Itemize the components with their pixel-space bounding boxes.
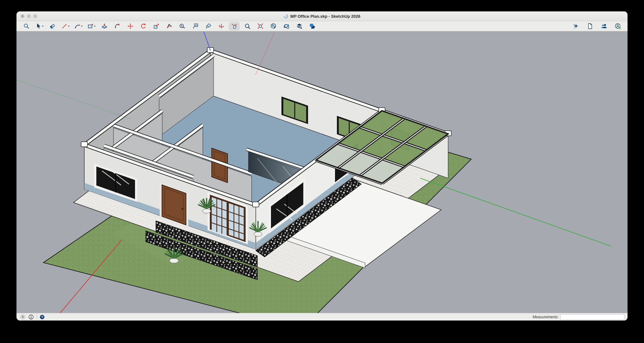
tool-paint-bucket[interactable]: ▾ <box>203 22 214 30</box>
measurements-input[interactable] <box>560 314 624 320</box>
tool-offset[interactable]: ▾ <box>164 22 175 30</box>
tool-arc[interactable]: ▾ <box>73 22 84 30</box>
tool-shapes[interactable]: ▾ <box>86 22 97 30</box>
tool-account[interactable]: ▾ <box>612 22 623 30</box>
tool-send-to-layout[interactable]: ▾ <box>294 22 305 30</box>
tool-zoom[interactable]: ▾ <box>242 22 253 30</box>
toolbar-tools: ▾▾▾▾▾▾▾▾▾▾▾▾▾▾▾▾▾▾▾▾▾▾▾ <box>21 22 318 30</box>
tool-zoom-extents[interactable]: ▾ <box>255 22 266 30</box>
statusbar-icons <box>20 314 45 320</box>
tool-select[interactable]: ▾ <box>34 22 45 30</box>
model-credits-button[interactable] <box>28 314 34 320</box>
geolocation-button[interactable] <box>20 314 26 320</box>
window-title-text: MP Office Plan.skp - SketchUp 2026 <box>290 14 360 19</box>
tool-eraser[interactable]: ▾ <box>47 22 58 30</box>
measurements-label: Measurements <box>533 315 558 319</box>
sketchup-window: MP Office Plan.skp - SketchUp 2026 ▾▾▾▾▾… <box>16 11 628 321</box>
tool-push-pull[interactable]: ▾ <box>99 22 110 30</box>
tool-sync-model[interactable]: ▾ <box>281 22 292 30</box>
help-button[interactable] <box>39 314 45 320</box>
tool-chat[interactable]: ▾ <box>307 22 318 30</box>
tool-rotate[interactable]: ▾ <box>138 22 149 30</box>
minimize-button[interactable] <box>27 14 31 18</box>
tool-text[interactable]: ▾ <box>190 22 201 30</box>
tool-line[interactable]: ▾ <box>60 22 71 30</box>
tool-move[interactable]: ▾ <box>125 22 136 30</box>
modeling-viewport[interactable] <box>16 32 628 313</box>
toolbar-right-tools: ▾▾▾▾ <box>570 22 623 30</box>
window-title: MP Office Plan.skp - SketchUp 2026 <box>284 14 360 19</box>
tool-ai-assistant[interactable]: ▾ <box>570 22 581 30</box>
tool-new-document[interactable]: ▾ <box>584 22 595 30</box>
tool-orbit[interactable]: ▾ <box>229 22 240 30</box>
zoom-window-button[interactable] <box>33 14 37 18</box>
statusbar: Measurements <box>16 313 628 321</box>
tool-tape-measure[interactable]: ▾ <box>177 22 188 30</box>
tool-rotate-view[interactable]: ▾ <box>216 22 227 30</box>
close-button[interactable] <box>21 14 24 18</box>
toolbar: ▾▾▾▾▾▾▾▾▾▾▾▾▾▾▾▾▾▾▾▾▾▾▾ ▾▾▾▾ <box>16 21 628 31</box>
traffic-lights <box>21 11 37 21</box>
tool-follow-me[interactable]: ▾ <box>112 22 123 30</box>
titlebar[interactable]: MP Office Plan.skp - SketchUp 2026 <box>16 11 628 21</box>
tool-scale[interactable]: ▾ <box>151 22 162 30</box>
tool-3d-warehouse[interactable]: ▾ <box>268 22 279 30</box>
tool-search[interactable]: ▾ <box>21 22 32 30</box>
sketchup-logo-icon <box>284 14 288 19</box>
tool-collaborators[interactable]: ▾ <box>598 22 609 30</box>
viewport-3d-scene <box>16 32 628 313</box>
